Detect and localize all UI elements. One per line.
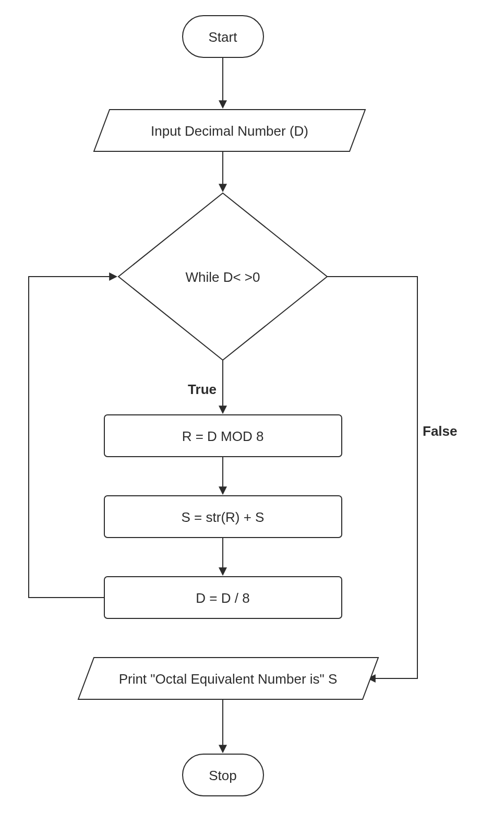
proc3-label: D = D / 8 <box>196 590 249 606</box>
start-label: Start <box>209 29 238 45</box>
false-label: False <box>423 423 458 439</box>
proc2-label: S = str(R) + S <box>182 509 265 525</box>
stop-label: Stop <box>209 768 237 783</box>
edge-loop-back <box>29 277 116 598</box>
input-label: Input Decimal Number (D) <box>151 123 308 139</box>
decision-label: While D< >0 <box>185 269 260 285</box>
output-label: Print "Octal Equivalent Number is" S <box>119 671 338 687</box>
proc1-label: R = D MOD 8 <box>182 428 264 444</box>
flowchart: Start Input Decimal Number (D) While D< … <box>0 0 504 835</box>
true-label: True <box>188 381 217 397</box>
